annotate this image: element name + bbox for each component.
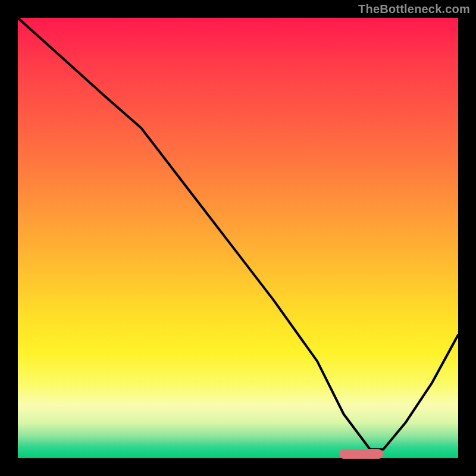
plot-area: [18, 18, 458, 458]
chart-frame: TheBottleneck.com: [0, 0, 476, 476]
bottleneck-curve-path: [18, 18, 458, 449]
watermark-text: TheBottleneck.com: [358, 2, 470, 16]
curve-svg: [18, 18, 458, 458]
optimal-range-marker: [339, 449, 383, 459]
